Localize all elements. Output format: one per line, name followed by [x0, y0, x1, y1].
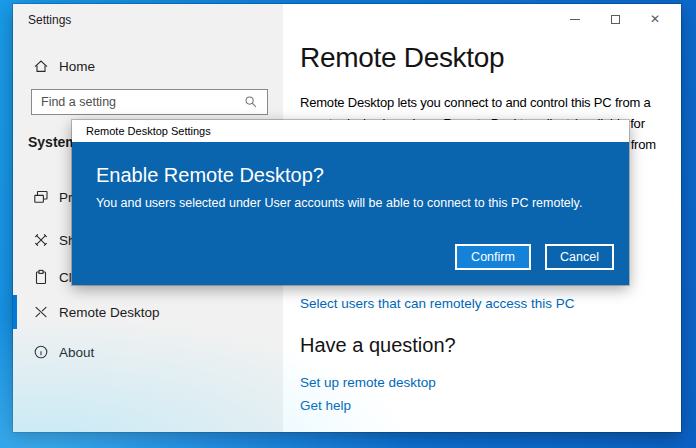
sidebar-item-label: Home: [59, 59, 95, 74]
window-title: Settings: [28, 13, 71, 27]
cancel-button[interactable]: Cancel: [545, 244, 614, 270]
sidebar-item-remote-desktop[interactable]: Remote Desktop: [13, 294, 283, 330]
confirm-button[interactable]: Confirm: [455, 244, 531, 270]
home-icon: [33, 58, 49, 74]
sidebar-item-label: About: [59, 345, 94, 360]
about-icon: [33, 344, 49, 360]
shared-experiences-icon: [33, 232, 49, 248]
select-users-link[interactable]: Select users that can remotely access th…: [300, 296, 575, 311]
close-button[interactable]: ✕: [635, 4, 675, 34]
get-help-link[interactable]: Get help: [300, 398, 351, 413]
desktop-background: Settings Home System: [0, 0, 696, 448]
remote-desktop-icon: [33, 304, 49, 320]
caption-buttons: ✕: [555, 4, 675, 34]
dialog-titlebar: Remote Desktop Settings: [72, 120, 629, 142]
dialog-heading: Enable Remote Desktop?: [96, 164, 629, 187]
clipboard-icon: [33, 269, 49, 285]
sidebar-section-label: System: [28, 134, 78, 150]
dialog-title: Remote Desktop Settings: [86, 125, 211, 137]
question-heading: Have a question?: [300, 334, 456, 357]
close-icon: ✕: [650, 12, 660, 26]
search-box[interactable]: [31, 89, 268, 115]
minimize-icon: [570, 19, 580, 20]
search-input[interactable]: [32, 95, 244, 109]
maximize-button[interactable]: [595, 4, 635, 34]
dialog-body: Enable Remote Desktop? You and users sel…: [72, 142, 629, 285]
dialog-buttons: Confirm Cancel: [455, 244, 614, 270]
maximize-icon: [611, 15, 620, 24]
projecting-icon: [33, 189, 49, 205]
minimize-button[interactable]: [555, 4, 595, 34]
sidebar-item-home[interactable]: Home: [13, 48, 283, 84]
settings-window: Settings Home System: [13, 4, 681, 432]
page-title: Remote Desktop: [300, 42, 504, 74]
search-icon: [244, 95, 258, 109]
setup-remote-desktop-link[interactable]: Set up remote desktop: [300, 375, 436, 390]
sidebar-item-about[interactable]: About: [13, 334, 283, 370]
dialog-message: You and users selected under User accoun…: [96, 196, 629, 210]
remote-desktop-settings-dialog: Remote Desktop Settings Enable Remote De…: [72, 120, 629, 285]
sidebar-item-label: Remote Desktop: [59, 305, 160, 320]
